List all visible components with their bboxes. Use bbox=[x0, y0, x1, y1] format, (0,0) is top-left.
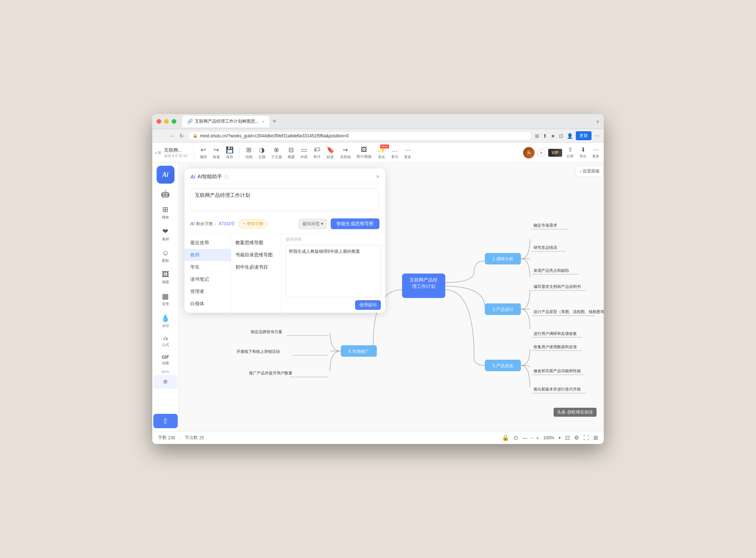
fullscreen-icon[interactable]: ⛶ bbox=[583, 435, 589, 441]
media-button[interactable]: 🖼 图片/视频 bbox=[354, 146, 374, 159]
zoom-in-button[interactable]: + bbox=[536, 435, 539, 441]
tag-button[interactable]: 🔖 标签 bbox=[324, 146, 336, 160]
nav-menu-icon[interactable]: ≡ bbox=[158, 150, 161, 156]
sidebar-item-icon[interactable]: ☺ 图标 bbox=[153, 246, 178, 266]
leaf-d3: 进行用户调研和反馈收集 bbox=[533, 331, 577, 336]
redo-button[interactable]: ↪ 恢复 bbox=[211, 146, 222, 160]
forward-button[interactable]: → bbox=[167, 132, 175, 140]
sidebar-item-material[interactable]: ❤ 素材 bbox=[153, 224, 178, 245]
ai-category-teacher[interactable]: 教师 bbox=[185, 249, 231, 261]
theme-button[interactable]: ◑ 主题 bbox=[256, 146, 268, 160]
reader-icon[interactable]: ⊡ bbox=[559, 133, 563, 139]
bookmark-icon[interactable]: ★ bbox=[551, 133, 555, 139]
save-button[interactable]: 💾 保存 bbox=[224, 146, 236, 160]
close-traffic-light[interactable] bbox=[157, 119, 161, 124]
url-bar[interactable]: 🔒 mind.shutu.cn/?works_guid=c2044dbe35fe… bbox=[188, 131, 532, 141]
settings-panel-label: 设置面板 bbox=[583, 168, 600, 174]
gif-label: 动图 bbox=[162, 361, 169, 366]
relation-label: 关联线 bbox=[340, 155, 351, 160]
maximize-traffic-light[interactable] bbox=[172, 119, 176, 124]
sidebar-item-formula[interactable]: √x 公式 bbox=[153, 333, 178, 350]
new-tab-button[interactable]: + bbox=[272, 118, 276, 125]
ai-category-office[interactable]: 白领体 bbox=[185, 298, 231, 310]
share-icon-tb: ⇧ bbox=[568, 146, 573, 153]
ai-category-recent[interactable]: 最近使用 bbox=[185, 237, 231, 249]
ai-category-manager[interactable]: 管理者 bbox=[185, 285, 231, 298]
refresh-button[interactable]: ↻ bbox=[178, 132, 185, 140]
browser-menu-icon[interactable]: ⋯ bbox=[594, 133, 599, 139]
update-button[interactable]: 更新 bbox=[576, 131, 592, 140]
ai-template-catalog[interactable]: 书籍目录思维导图 bbox=[231, 249, 281, 261]
app-toolbar: ‹ ≡ 互联网... 保存 6-6 15:13 ↩ 撤回 ↪ 恢复 💾 保存 ⊞… bbox=[152, 143, 604, 163]
zoom-out-button[interactable]: — bbox=[522, 435, 527, 441]
profile-icon[interactable]: 👤 bbox=[567, 133, 573, 139]
more-button[interactable]: ⋯ 更多 bbox=[402, 146, 413, 160]
structure-button[interactable]: ⊞ 结构 bbox=[243, 146, 255, 160]
minimize-traffic-light[interactable] bbox=[164, 119, 169, 124]
save-info: 保存 6-6 15:13 bbox=[164, 153, 187, 159]
add-user-button[interactable]: + bbox=[537, 149, 545, 157]
ai-category-notes[interactable]: 读书笔记 bbox=[185, 273, 231, 285]
export-icon: ⬇ bbox=[581, 146, 585, 153]
frame-button[interactable]: ▭ 外框 bbox=[298, 146, 310, 160]
ai-generate-button[interactable]: 智能生成思维导图 bbox=[331, 218, 379, 229]
sidebar-item-illustration[interactable]: 🖼 插图 bbox=[153, 268, 178, 288]
back-button[interactable]: ← bbox=[157, 132, 164, 140]
beauty-button[interactable]: ✨ 美化 NEW bbox=[375, 146, 388, 160]
line-o1 bbox=[521, 349, 530, 365]
lock-status-icon[interactable]: 🔒 bbox=[502, 434, 509, 441]
canvas-area[interactable]: Ai AI智能助手 ⓘ × 互联网产品经理工作计划 Ai 剩余字数： 87343… bbox=[179, 163, 604, 431]
sidebar-item-template[interactable]: ⊞ 模板 bbox=[153, 202, 178, 223]
frame-icon: ▭ bbox=[301, 146, 307, 154]
ai-add-count-button[interactable]: + 增加字数 bbox=[239, 219, 267, 228]
ai-info-icon[interactable]: ⓘ bbox=[224, 174, 229, 180]
vip-button[interactable]: VIP bbox=[548, 149, 562, 157]
relation-button[interactable]: ⇝ 关联线 bbox=[338, 146, 353, 160]
watermark-label: 水印 bbox=[162, 323, 169, 328]
sidebar-item-robot[interactable]: 🤖 bbox=[153, 186, 178, 201]
divider-1 bbox=[194, 147, 194, 159]
ai-panel-close[interactable]: × bbox=[376, 174, 379, 180]
fit-icon[interactable]: ⊙ bbox=[513, 434, 518, 441]
ai-sidebar-button[interactable]: Ai bbox=[157, 166, 174, 184]
tab-icon: 🔗 bbox=[187, 119, 193, 124]
window-chevron-icon[interactable]: ∨ bbox=[596, 119, 599, 124]
ai-category-student[interactable]: 学生 bbox=[185, 261, 231, 273]
undo-button[interactable]: ↩ 撤回 bbox=[198, 146, 209, 160]
share-icon[interactable]: ⬆ bbox=[543, 133, 547, 139]
background-label: 背景 bbox=[162, 302, 169, 307]
subtheme-button[interactable]: ⊕ 子主题 bbox=[269, 146, 284, 160]
ai-prompt-button[interactable]: 提问示范 ▾ bbox=[298, 219, 327, 229]
ai-template-lesson[interactable]: 教案思维导图 bbox=[231, 237, 281, 249]
lock-icon: 🔒 bbox=[193, 133, 198, 138]
sidebar-item-watermark[interactable]: 💧 水印 bbox=[153, 311, 178, 331]
export-button[interactable]: ⬇ 导出 bbox=[578, 146, 588, 159]
ai-use-button[interactable]: 使用提问 bbox=[355, 300, 381, 310]
grid-icon[interactable]: ⊞ bbox=[593, 434, 598, 441]
ai-input-field[interactable]: 互联网产品经理工作计划 bbox=[190, 188, 379, 211]
browser-tab[interactable]: 🔗 互联网产品经理工作计划树图思... × bbox=[182, 116, 269, 127]
nav-back-icon[interactable]: ‹ bbox=[155, 150, 157, 156]
mark-button[interactable]: 🏷 标注 bbox=[311, 146, 323, 159]
node-count-value: 25 bbox=[199, 435, 204, 440]
user-avatar[interactable]: 头 bbox=[523, 147, 535, 159]
sidebar-item-list[interactable]: ≡ bbox=[153, 375, 178, 389]
zoom-dropdown-icon[interactable]: ▾ bbox=[559, 435, 561, 440]
share-button[interactable]: ⇧ 分享 bbox=[565, 146, 575, 159]
ai-panel: Ai AI智能助手 ⓘ × 互联网产品经理工作计划 Ai 剩余字数： 87343… bbox=[185, 169, 385, 313]
ai-template-reading[interactable]: 初中生必读书目 bbox=[231, 261, 281, 273]
settings-icon[interactable]: ⚙ bbox=[574, 434, 579, 441]
translate-icon[interactable]: ⊞ bbox=[535, 133, 539, 139]
sidebar-item-gif[interactable]: GIF 动图 bbox=[153, 352, 178, 369]
ai-panel-title: AI智能助手 bbox=[197, 174, 222, 180]
overview-button[interactable]: ⊟ 概要 bbox=[286, 146, 297, 160]
sidebar-item-background[interactable]: ▦ 背景 bbox=[153, 289, 178, 309]
fit-screen-icon[interactable]: ⊡ bbox=[565, 434, 570, 441]
more-right-button[interactable]: ⋯ 更多 bbox=[591, 146, 601, 159]
branch-optimize-text: 5.产品优化 bbox=[493, 363, 513, 368]
tab-close-icon[interactable]: × bbox=[262, 119, 264, 124]
sidebar-item-share[interactable]: ⇧ bbox=[153, 414, 178, 428]
settings-panel-toggle[interactable]: ‹ 设置面板 bbox=[576, 166, 604, 177]
note-button[interactable]: … 备注 bbox=[389, 146, 401, 159]
sidebar: Ai 🤖 ⊞ 模板 ❤ 素材 ☺ 图标 🖼 插图 ▦ bbox=[152, 163, 179, 431]
